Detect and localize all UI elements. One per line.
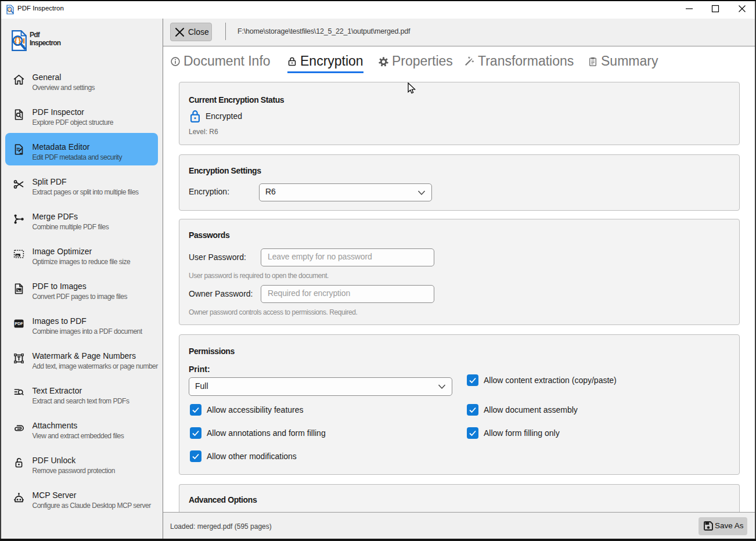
svg-text:PDF: PDF — [15, 322, 24, 326]
